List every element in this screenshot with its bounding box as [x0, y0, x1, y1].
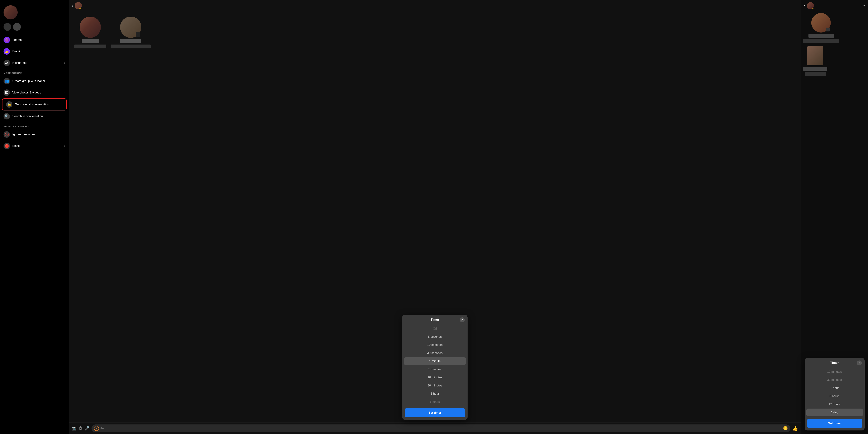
- nicknames-label: Nicknames: [12, 61, 27, 65]
- sidebar: 🟣 Theme 👍 Emoji Aa Nicknames › MORE ACTI…: [0, 0, 69, 434]
- secret-conv-icon: 🔒: [6, 101, 12, 108]
- timer-modal-2: Timer ✕ 10 minutes 30 minutes 1 hour 6 h…: [805, 358, 865, 431]
- timer-set-button-2[interactable]: Set timer: [807, 419, 862, 428]
- sidebar-menu: 🟣 Theme 👍 Emoji Aa Nicknames › MORE ACTI…: [0, 32, 69, 153]
- sidebar-item-secret-conv[interactable]: 🔒 Go to secret conversation: [2, 98, 67, 111]
- timer-modal-1: Timer ✕ Off 5 seconds 10 seconds 30 seco…: [402, 315, 468, 420]
- chat-header-1: ‹ 🔒: [69, 0, 801, 11]
- timer-item-10s[interactable]: 10 seconds: [404, 341, 466, 349]
- mic-button[interactable]: 🎤: [85, 426, 89, 431]
- block-chevron: ›: [64, 144, 65, 148]
- timer-item-30s[interactable]: 30 seconds: [404, 349, 466, 357]
- view-photos-icon: 🖼: [3, 89, 10, 96]
- timer-item2-6h[interactable]: 6 hours: [806, 392, 863, 400]
- timer-item2-1d[interactable]: 1 day: [806, 409, 863, 416]
- view-photos-label: View photos & videos: [12, 91, 41, 94]
- vanish-mode-button[interactable]: ⊙: [94, 426, 99, 431]
- nicknames-icon: Aa: [3, 60, 10, 66]
- create-group-label: Create group with Isabell: [12, 79, 45, 83]
- profile-card-3: ██████ ████ ██ ████ ██████ ████ ████: [803, 13, 839, 43]
- sidebar-avatars: [0, 0, 69, 21]
- timer-item-1m[interactable]: 1 minute: [404, 357, 466, 365]
- like-button[interactable]: 👍: [793, 426, 798, 431]
- profile-card-4: ████ ████████ ██████ ████: [803, 46, 828, 76]
- message-input-1[interactable]: [100, 427, 782, 430]
- chat-header-avatar-1: 🔒: [75, 2, 82, 9]
- profile-avatar-2: [120, 17, 141, 38]
- create-group-icon: 👥: [3, 78, 10, 84]
- nicknames-chevron: ›: [64, 61, 65, 64]
- timer-title-1: Timer: [431, 318, 439, 322]
- theme-label: Theme: [12, 38, 22, 42]
- timer-close-button-2[interactable]: ✕: [857, 360, 862, 366]
- back-button-1[interactable]: ‹: [72, 3, 73, 8]
- timer-list-1: Off 5 seconds 10 seconds 30 seconds 1 mi…: [402, 325, 468, 406]
- more-actions-section: MORE ACTIONS: [0, 68, 69, 76]
- profile-avatar-3: [811, 13, 831, 32]
- block-label: Block: [12, 144, 20, 148]
- profile-avatar-4: [807, 46, 823, 65]
- profile-name-4: ████ ████████: [803, 67, 828, 71]
- timer-set-button-1[interactable]: Set timer: [405, 408, 465, 417]
- timer-item-6h[interactable]: 6 hours: [404, 398, 466, 406]
- input-wrapper-1: ⊙ 😊: [92, 425, 790, 432]
- timer-close-button-1[interactable]: ✕: [460, 317, 465, 322]
- chat-header-avatar-2: 🔒: [807, 2, 814, 9]
- profile-name-2: ████ ██████: [120, 39, 141, 43]
- view-photos-chevron: ›: [64, 91, 65, 94]
- sidebar-item-create-group[interactable]: 👥 Create group with Isabell: [0, 76, 69, 87]
- sidebar-item-ignore[interactable]: 🚫 Ignore messages: [0, 129, 69, 140]
- timer-item-30m[interactable]: 30 minutes: [404, 382, 466, 389]
- profile-sub-1: ██████ ████ ██████: [74, 45, 106, 49]
- profile-sub-4: ██████ ████: [805, 72, 826, 76]
- timer-list-2: 10 minutes 30 minutes 1 hour 6 hours 12 …: [805, 368, 865, 416]
- emoji-picker-button[interactable]: 😊: [783, 426, 788, 431]
- profile-sub-2: ██████ ████ ████ ██████: [111, 45, 151, 49]
- timer-item-5m[interactable]: 5 minutes: [404, 366, 466, 373]
- secret-conv-label: Go to secret conversation: [15, 103, 49, 106]
- sidebar-item-theme[interactable]: 🟣 Theme: [0, 34, 69, 46]
- profile-avatar-1: [80, 17, 101, 38]
- timer-item-off[interactable]: Off: [404, 325, 466, 332]
- chat-area-2: ‹ 🔒 ⋯ ██████ ████ ██ ████ ██████ ████ ██…: [801, 0, 868, 434]
- main-avatar: [3, 5, 18, 20]
- timer-item2-1h[interactable]: 1 hour: [806, 384, 863, 392]
- ignore-icon: 🚫: [3, 131, 10, 138]
- profile-name-1: ████ ████: [82, 39, 99, 43]
- profile-sub-3: ████ ██████ ████ ████: [803, 39, 839, 43]
- privacy-section: PRIVACY & SUPPORT: [0, 122, 69, 129]
- sidebar-item-view-photos[interactable]: 🖼 View photos & videos ›: [0, 87, 69, 98]
- timer-item-1h[interactable]: 1 hour: [404, 390, 466, 398]
- chat-content-2: ██████ ████ ██ ████ ██████ ████ ████ ███…: [801, 11, 868, 78]
- profile-cards-row-1: ████ ████ ██████ ████ ██████ ████ ██████…: [72, 15, 797, 50]
- profile-name-3: ██████ ████ ██: [808, 34, 834, 38]
- vanish-icon: ⊙: [96, 427, 97, 430]
- timer-item-5s[interactable]: 5 seconds: [404, 333, 466, 341]
- sidebar-item-emoji[interactable]: 👍 Emoji: [0, 46, 69, 57]
- search-conv-label: Search in conversation: [12, 115, 43, 118]
- back-button-2[interactable]: ‹: [804, 3, 805, 8]
- timer-header-1: Timer ✕: [402, 315, 468, 325]
- emoji-label: Emoji: [12, 50, 20, 53]
- camera-button[interactable]: 📷: [72, 426, 76, 431]
- timer-item2-12h[interactable]: 12 hours: [806, 400, 863, 408]
- sidebar-item-search[interactable]: 🔍 Search in conversation: [0, 111, 69, 122]
- avatar-small-2: [13, 23, 21, 31]
- profile-card-1: ████ ████ ██████ ████ ██████: [74, 17, 106, 49]
- block-icon: ⛔: [3, 143, 10, 149]
- timer-header-2: Timer ✕: [805, 358, 865, 368]
- emoji-icon: 👍: [3, 48, 10, 55]
- sidebar-item-block[interactable]: ⛔ Block ›: [0, 140, 69, 152]
- timer-item2-30m[interactable]: 30 minutes: [806, 376, 863, 384]
- timer-item-10m[interactable]: 10 minutes: [404, 374, 466, 381]
- chat-input-bar-1: 📷 🖼 🎤 ⊙ 😊 👍: [69, 423, 801, 434]
- photo-button[interactable]: 🖼: [79, 426, 83, 431]
- chat-area-1: ‹ 🔒 ████ ████ ██████ ████ ██████ ████ ██…: [69, 0, 801, 434]
- avatar-small-row: [0, 21, 69, 32]
- timer-item2-10m[interactable]: 10 minutes: [806, 368, 863, 376]
- options-button-2[interactable]: ⋯: [861, 3, 865, 8]
- timer-title-2: Timer: [830, 361, 839, 365]
- theme-icon: 🟣: [3, 37, 10, 43]
- chat-header-2: ‹ 🔒 ⋯: [801, 0, 868, 11]
- sidebar-item-nicknames[interactable]: Aa Nicknames ›: [0, 57, 69, 68]
